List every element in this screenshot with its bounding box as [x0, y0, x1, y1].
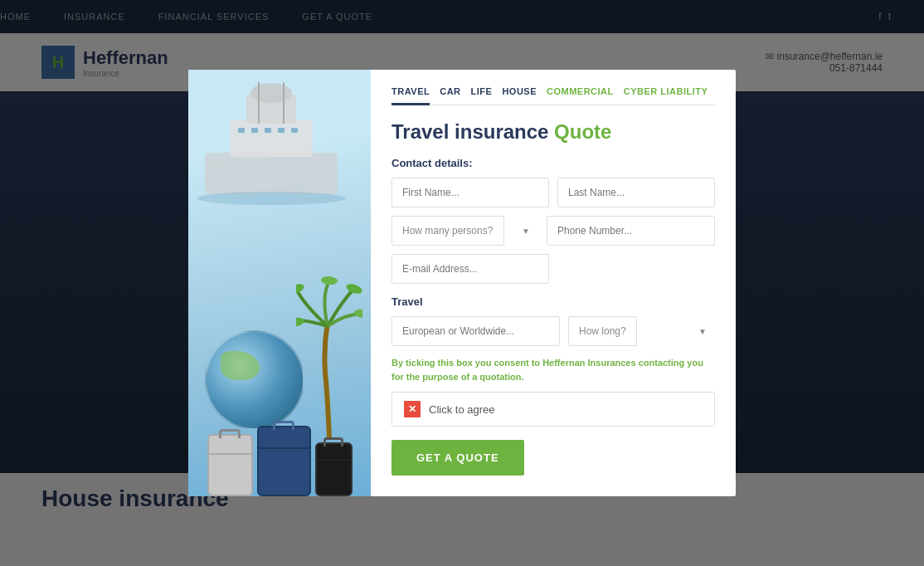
ship-image: [188, 78, 354, 227]
suitcase-3: [315, 442, 353, 496]
tab-commercial[interactable]: COMMERCIAL: [547, 86, 614, 105]
svg-rect-8: [291, 128, 298, 133]
modal-image-panel: [188, 70, 371, 496]
luggage-image: [197, 413, 362, 496]
persons-select[interactable]: How many persons? 12345+: [391, 216, 504, 246]
consent-checkbox-row[interactable]: ✕ Click to agree: [391, 392, 715, 427]
submit-button[interactable]: GET A QUOTE: [391, 440, 524, 476]
email-input[interactable]: [391, 254, 549, 284]
consent-text: By ticking this box you consent to Heffe…: [391, 356, 715, 383]
duration-select[interactable]: How long? 1 week2 weeks1 monthAnnual: [568, 316, 637, 346]
persons-phone-row: How many persons? 12345+ ▼: [391, 216, 715, 246]
first-name-input[interactable]: [391, 178, 549, 207]
svg-rect-7: [278, 128, 284, 133]
title-quote: Quote: [554, 120, 611, 143]
name-row: [391, 178, 715, 207]
svg-point-11: [197, 192, 346, 205]
duration-wrapper: How long? 1 week2 weeks1 monthAnnual ▼: [568, 316, 715, 346]
consent-label: Click to agree: [429, 403, 494, 416]
modal-title: Travel insurance Quote: [391, 120, 715, 144]
tab-life[interactable]: LIFE: [471, 86, 493, 105]
svg-point-13: [321, 276, 338, 285]
svg-rect-6: [265, 128, 271, 133]
svg-rect-1: [230, 120, 313, 157]
suitcase-1: [207, 434, 253, 496]
tab-cyber[interactable]: CYBER LIABILITY: [624, 86, 708, 105]
tab-travel[interactable]: TRAVEL: [391, 86, 430, 105]
duration-arrow-icon: ▼: [698, 327, 707, 336]
svg-point-16: [296, 316, 305, 327]
travel-section: Travel How long? 1 week2 weeks1 monthAnn…: [391, 295, 715, 346]
modal: ×: [188, 70, 736, 496]
destination-input[interactable]: [391, 316, 560, 346]
persons-arrow-icon: ▼: [522, 227, 530, 236]
title-text: Travel insurance: [391, 120, 548, 143]
email-row: [391, 254, 715, 284]
svg-point-15: [353, 308, 362, 319]
last-name-input[interactable]: [557, 178, 715, 207]
svg-rect-4: [238, 128, 245, 133]
svg-point-3: [250, 83, 292, 103]
persons-wrapper: How many persons? 12345+ ▼: [391, 216, 538, 246]
travel-section-label: Travel: [391, 295, 715, 308]
suitcase-2: [257, 426, 311, 496]
svg-rect-5: [251, 128, 258, 133]
modal-overlay: ×: [0, 0, 924, 566]
consent-x-icon[interactable]: ✕: [404, 401, 421, 417]
destination-duration-row: How long? 1 week2 weeks1 monthAnnual ▼: [391, 316, 715, 346]
tab-car[interactable]: CAR: [440, 86, 460, 105]
svg-point-14: [345, 282, 362, 295]
phone-input[interactable]: [547, 216, 715, 246]
modal-form-panel: TRAVEL CAR LIFE HOUSE COMMERCIAL CYBER L…: [371, 70, 736, 496]
tab-bar: TRAVEL CAR LIFE HOUSE COMMERCIAL CYBER L…: [391, 86, 715, 105]
tab-house[interactable]: HOUSE: [502, 86, 537, 105]
svg-rect-0: [205, 153, 338, 194]
contact-section-label: Contact details:: [391, 157, 715, 169]
